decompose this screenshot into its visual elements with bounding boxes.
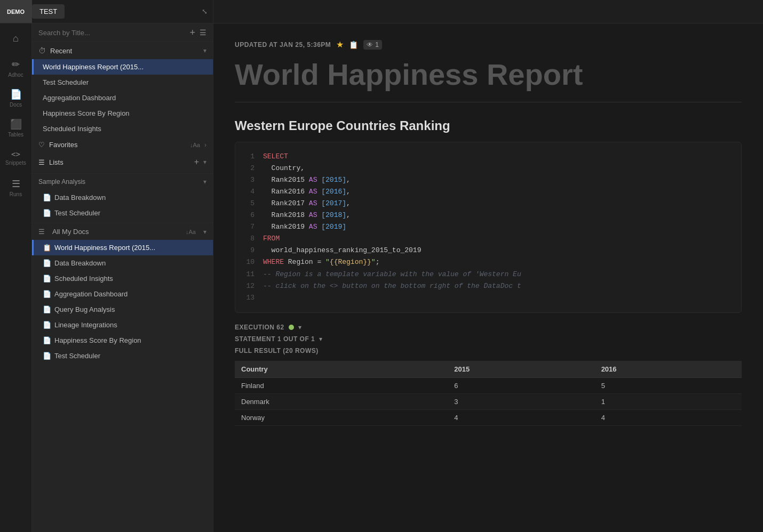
star-icon[interactable]: ★	[336, 39, 344, 50]
docs-icon: 📄	[10, 88, 22, 100]
cell-country-1: Denmark	[235, 393, 448, 409]
doc-icon: 📄	[43, 209, 51, 217]
sample-analysis-chevron: ▾	[203, 178, 206, 186]
doc-icon: 📄	[43, 290, 51, 298]
eye-icon: 👁	[367, 41, 373, 49]
my-doc-item-7[interactable]: 📄 Test Scheduler	[32, 348, 213, 364]
lists-icon: ☰	[38, 158, 45, 166]
execution-dropdown[interactable]: ▾	[298, 324, 301, 331]
nav-tables[interactable]: ⬛ Tables	[0, 113, 31, 143]
sample-item-0[interactable]: 📄 Data Breakdown	[32, 190, 213, 205]
code-line-6: 6 Rank2018 AS [2018],	[246, 209, 730, 221]
cell-2016-0: 5	[595, 377, 742, 393]
section-title: Western Europe Countries Ranking	[235, 118, 742, 133]
execution-label: EXECUTION 62	[235, 324, 284, 331]
cell-2015-0: 6	[448, 377, 594, 393]
title-divider	[235, 102, 742, 102]
code-line-9: 9 world_happiness_ranking_2015_to_2019	[246, 245, 730, 256]
env-tab-test[interactable]: TEST	[32, 4, 65, 19]
home-icon: ⌂	[13, 33, 19, 44]
search-bar: + ☰	[32, 23, 213, 42]
nav-docs[interactable]: 📄 Docs	[0, 83, 31, 113]
statement-dropdown[interactable]: ▾	[319, 335, 322, 343]
table-row: Denmark 3 1	[235, 393, 742, 409]
my-doc-item-6[interactable]: 📄 Happiness Score By Region	[32, 333, 213, 348]
doc-icon: 📄	[43, 336, 51, 344]
all-my-docs-chevron: ▾	[203, 228, 206, 236]
search-input[interactable]	[38, 29, 185, 37]
code-line-12: 12 -- click on the <> button on the bott…	[246, 280, 730, 292]
recent-icon: ⏱	[38, 46, 46, 55]
recent-item-3[interactable]: Happiness Score By Region	[32, 106, 213, 121]
col-header-country: Country	[235, 361, 448, 378]
runs-icon: ☰	[12, 178, 20, 190]
execution-status-dot	[289, 325, 294, 330]
recent-section-header[interactable]: ⏱ Recent ▾	[32, 42, 213, 59]
nav-runs[interactable]: ☰ Runs	[0, 173, 31, 203]
col-header-2015: 2015	[448, 361, 594, 378]
my-doc-item-2[interactable]: 📄 Scheduled Insights	[32, 271, 213, 286]
adhoc-icon: ✏	[12, 59, 20, 70]
table-row: Finland 6 5	[235, 377, 742, 393]
all-my-docs-section-header[interactable]: ☰ All My Docs ↓Aa ▾	[32, 223, 213, 240]
statement-label: STATEMENT 1 OUT OF 1	[235, 335, 315, 343]
view-count-badge: 👁 1	[363, 40, 382, 50]
sample-item-1[interactable]: 📄 Test Scheduler	[32, 205, 213, 221]
all-my-docs-icon: ☰	[38, 228, 45, 236]
lists-chevron: ▾	[203, 158, 206, 166]
icon-rail: DEMO ⌂ ✏ Adhoc 📄 Docs ⬛ Tables <> Snippe…	[0, 0, 32, 532]
doc-icon: 📄	[43, 305, 51, 313]
main-content: UPDATED AT JAN 25, 5:36PM ★ 📋 👁 1 World …	[213, 23, 763, 532]
code-line-3: 3 Rank2015 AS [2015],	[246, 174, 730, 186]
execution-bar: EXECUTION 62 ▾	[235, 324, 742, 331]
code-line-7: 7 Rank2019 AS [2019]	[246, 221, 730, 233]
table-row: Norway 4 4	[235, 409, 742, 425]
sidebar-expand-icon[interactable]: ⤡	[202, 7, 208, 15]
sql-code-block: 1 SELECT 2 Country, 3 Rank2015 AS [2015]…	[235, 142, 742, 313]
tables-icon: ⬛	[10, 118, 22, 130]
code-line-5: 5 Rank2017 AS [2017],	[246, 198, 730, 209]
recent-items-list: World Happiness Report (2015... Test Sch…	[32, 59, 213, 136]
new-doc-button[interactable]: +	[189, 28, 195, 37]
workspace-logo[interactable]: DEMO	[0, 0, 32, 23]
code-line-2: 2 Country,	[246, 163, 730, 174]
doc-icon: 📄	[43, 321, 51, 329]
my-doc-item-3[interactable]: 📄 Aggregation Dashboard	[32, 286, 213, 302]
my-doc-item-1[interactable]: 📄 Data Breakdown	[32, 255, 213, 271]
nav-home[interactable]: ⌂	[0, 23, 31, 53]
my-doc-item-4[interactable]: 📄 Query Bug Analysis	[32, 302, 213, 317]
top-env-bar	[213, 0, 763, 23]
recent-item-0[interactable]: World Happiness Report (2015...	[32, 59, 213, 75]
sample-analysis-section-header[interactable]: Sample Analysis ▾	[32, 173, 213, 190]
meta-bar: UPDATED AT JAN 25, 5:36PM ★ 📋 👁 1	[235, 39, 742, 50]
nav-adhoc[interactable]: ✏ Adhoc	[0, 53, 31, 83]
favorites-chevron: ›	[204, 141, 206, 149]
nav-snippets[interactable]: <> Snippets	[0, 143, 31, 173]
add-list-button[interactable]: +	[194, 157, 199, 167]
doc-icon: 📄	[43, 194, 51, 201]
cell-country-2: Norway	[235, 409, 448, 425]
code-line-10: 10 WHERE Region = "{{Region}}";	[246, 256, 730, 268]
code-line-1: 1 SELECT	[246, 151, 730, 163]
cell-country-0: Finland	[235, 377, 448, 393]
recent-item-4[interactable]: Scheduled Insights	[32, 121, 213, 136]
recent-item-1[interactable]: Test Scheduler	[32, 75, 213, 90]
favorites-section-header[interactable]: ♡ Favorites ↓Aa ›	[32, 136, 213, 153]
recent-item-2[interactable]: Aggregation Dashboard	[32, 90, 213, 106]
list-view-toggle[interactable]: ☰	[200, 28, 206, 37]
cell-2016-2: 4	[595, 409, 742, 425]
snippets-icon: <>	[11, 150, 20, 158]
code-line-4: 4 Rank2016 AS [2016],	[246, 186, 730, 198]
copy-icon[interactable]: 📋	[349, 41, 358, 49]
code-line-8: 8 FROM	[246, 233, 730, 245]
lists-section-header[interactable]: ☰ Lists + ▾	[32, 153, 213, 171]
statement-bar: STATEMENT 1 OUT OF 1 ▾	[235, 335, 742, 343]
my-doc-item-5[interactable]: 📄 Lineage Integrations	[32, 317, 213, 333]
my-doc-item-0[interactable]: 📋 World Happiness Report (2015...	[32, 240, 213, 255]
doc-icon: 📄	[43, 275, 51, 283]
result-table: Country 2015 2016 Finland 6 5 Denmark 3 …	[235, 361, 742, 426]
doc-icon: 📄	[43, 352, 51, 360]
doc-icon: 📄	[43, 259, 51, 267]
sidebar: TEST ⤡ + ☰ ⏱ Recent ▾ World Happiness Re…	[32, 0, 213, 532]
result-label: FULL RESULT (20 ROWS)	[235, 347, 742, 354]
